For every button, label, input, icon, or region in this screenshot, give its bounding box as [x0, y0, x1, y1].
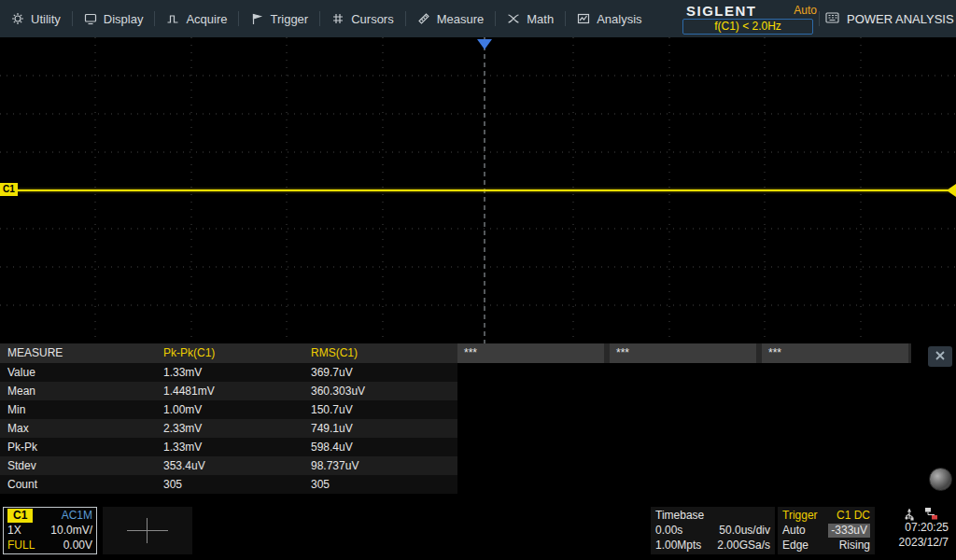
measure-column-empty[interactable]: *** — [762, 343, 908, 363]
channel1-probe: 1X — [7, 524, 21, 538]
menu-item-acquire[interactable]: Acquire — [155, 0, 238, 37]
measure-close-button[interactable] — [928, 346, 952, 367]
menu-item-label: Cursors — [351, 12, 394, 26]
channel1-bandwidth: FULL — [7, 539, 35, 553]
measure-title: MEASURE — [7, 346, 63, 359]
timebase-title: Timebase — [655, 509, 704, 523]
frequency-counter: f(C1) < 2.0Hz — [682, 19, 813, 35]
channel1-scale: 10.0mV/ — [50, 524, 92, 538]
add-channel-button[interactable] — [103, 507, 192, 554]
trigger-mode: Auto — [782, 524, 806, 538]
power-analysis-label: POWER ANALYSIS — [847, 12, 954, 26]
menu-item-label: Trigger — [270, 12, 308, 26]
display-icon — [84, 12, 97, 25]
channel1-coupling: AC1M — [62, 509, 92, 523]
bottom-status-bar: C1 AC1M 1X 10.0mV/ FULL 0.00V Timebase 0… — [0, 504, 956, 560]
time-display: 07:20:25 — [874, 520, 949, 535]
menu-item-label: Display — [104, 12, 144, 26]
channel1-position-marker[interactable]: C1 — [0, 183, 18, 196]
math-icon — [507, 12, 520, 25]
table-row: Min1.00mV150.7uV — [0, 400, 457, 419]
measure-column-empty[interactable]: *** — [610, 343, 756, 363]
knob-indicator[interactable] — [929, 468, 952, 491]
trigger-position-marker[interactable] — [477, 39, 492, 49]
table-row: Value1.33mV369.7uV — [0, 363, 457, 382]
menu-item-label: Analysis — [597, 12, 641, 26]
measure-rows: Value1.33mV369.7uV Mean1.4481mV360.303uV… — [0, 363, 457, 494]
trigger-source: C1 DC — [836, 509, 870, 523]
trigger-title: Trigger — [782, 509, 818, 523]
analysis-icon — [577, 12, 590, 25]
menu-item-label: Measure — [437, 12, 485, 26]
ruler-icon — [417, 12, 430, 25]
trigger-level: -333uV — [828, 524, 870, 538]
menu-item-analysis[interactable]: Analysis — [566, 0, 653, 37]
menu-item-label: Utility — [31, 12, 61, 26]
table-row: Pk-Pk1.33mV598.4uV — [0, 438, 457, 456]
waveform-display: C1 — [0, 37, 956, 343]
measure-column-empty[interactable]: *** — [457, 343, 604, 363]
acquisition-status: Auto — [794, 4, 817, 17]
power-analysis-button[interactable]: POWER ANALYSIS — [825, 0, 954, 37]
trigger-type: Edge — [782, 539, 808, 553]
menu-item-trigger[interactable]: Trigger — [239, 0, 319, 37]
menu-item-cursors[interactable]: Cursors — [320, 0, 405, 37]
timebase-scale: 50.0us/div — [719, 524, 770, 538]
menu-separator — [819, 11, 820, 26]
channel1-trace — [0, 189, 956, 191]
top-menu-bar: Utility Display Acquire Trigger Cursors … — [0, 0, 956, 37]
measure-header-row: MEASURE Pk-Pk(C1) RMS(C1) *** *** *** — [0, 343, 911, 363]
table-row: Count305305 — [0, 475, 457, 494]
menu-item-display[interactable]: Display — [73, 0, 155, 37]
measure-panel: MEASURE Pk-Pk(C1) RMS(C1) *** *** *** Va… — [0, 343, 956, 497]
table-row: Mean1.4481mV360.303uV — [0, 382, 457, 400]
close-icon — [935, 348, 946, 365]
channel1-offset: 0.00V — [63, 539, 92, 553]
measure-column-pkpk[interactable]: Pk-Pk(C1) — [163, 346, 215, 359]
menu-item-utility[interactable]: Utility — [0, 0, 72, 37]
clock: 07:20:25 2023/12/7 — [874, 520, 949, 550]
measure-column-rms[interactable]: RMS(C1) — [311, 346, 358, 359]
trigger-level-marker[interactable] — [947, 184, 956, 197]
timebase-memory: 1.00Mpts — [655, 539, 701, 553]
menu-item-label: Acquire — [186, 12, 227, 26]
flag-icon — [250, 12, 263, 25]
gear-icon — [11, 12, 24, 25]
menu-item-measure[interactable]: Measure — [406, 0, 496, 37]
brand-area: SIGLENT Auto f(C1) < 2.0Hz — [681, 0, 819, 37]
acquire-icon — [166, 12, 179, 25]
power-analysis-icon — [825, 11, 839, 27]
table-row: Max2.33mV749.1uV — [0, 419, 457, 438]
channel1-descriptor-box[interactable]: C1 AC1M 1X 10.0mV/ FULL 0.00V — [3, 507, 97, 554]
channel1-badge: C1 — [7, 509, 33, 523]
timebase-box[interactable]: Timebase 0.00s 50.0us/div 1.00Mpts 2.00G… — [651, 507, 775, 554]
trigger-slope: Rising — [839, 539, 870, 553]
timebase-sample-rate: 2.00GSa/s — [717, 539, 770, 553]
cursors-icon — [331, 12, 344, 25]
date-display: 2023/12/7 — [874, 535, 949, 550]
plus-icon — [147, 518, 148, 543]
menu-item-math[interactable]: Math — [496, 0, 565, 37]
timebase-delay: 0.00s — [655, 524, 682, 538]
brand-logo: SIGLENT — [686, 3, 757, 19]
plus-icon — [127, 530, 168, 531]
table-row: Stdev353.4uV98.737uV — [0, 456, 457, 475]
trigger-box[interactable]: Trigger C1 DC Auto -333uV Edge Rising — [778, 507, 875, 554]
menu-item-label: Math — [527, 12, 554, 26]
